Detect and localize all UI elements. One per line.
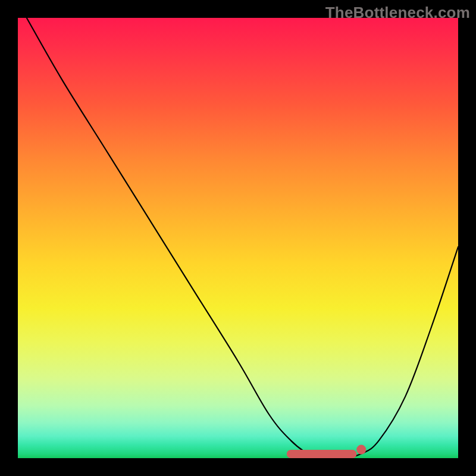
curve-layer	[18, 18, 458, 458]
chart-frame: TheBottleneck.com	[0, 0, 476, 476]
plot-area	[18, 18, 458, 458]
watermark-text: TheBottleneck.com	[325, 4, 470, 22]
optimal-point-marker	[356, 445, 366, 455]
bottleneck-curve	[27, 18, 458, 459]
